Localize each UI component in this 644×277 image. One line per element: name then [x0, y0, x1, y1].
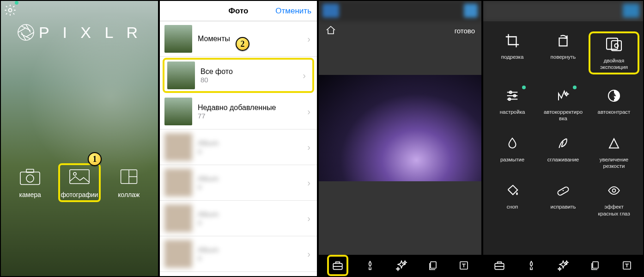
album-thumb: [167, 62, 195, 89]
eye-icon: [604, 181, 624, 200]
feather-icon: [553, 134, 573, 153]
autocontrast-tool[interactable]: автоконтраст: [589, 86, 639, 122]
album-thumb: [164, 98, 192, 125]
svg-rect-2: [20, 172, 40, 185]
ios-photo-picker: Фото Отменить 2 Моменты › Все фото80 › Н…: [159, 0, 318, 277]
album-title: Album: [198, 139, 219, 148]
album-row[interactable]: Album0 ›: [160, 236, 317, 272]
tool-label: сноп: [507, 203, 518, 210]
brush-tab[interactable]: [522, 256, 541, 275]
smooth-tool[interactable]: сглаживание: [538, 134, 589, 170]
crop-tool[interactable]: подрезка: [487, 31, 538, 74]
home-icon[interactable]: [325, 25, 336, 37]
album-list[interactable]: Моменты › Все фото80 › Недавно добавленн…: [160, 21, 317, 276]
album-row[interactable]: Недавно добавленные77 ›: [160, 94, 317, 129]
brush-tab[interactable]: [361, 256, 379, 275]
toolbox-tab[interactable]: [327, 255, 348, 276]
app-header-blurred: [483, 1, 643, 21]
album-row-selected[interactable]: Все фото80 ›: [163, 58, 314, 93]
svg-point-1: [18, 25, 34, 40]
album-title: Album: [198, 246, 219, 254]
sharpen-tool[interactable]: увеличение резкости: [589, 134, 639, 170]
adjust-tool[interactable]: настройка: [487, 86, 538, 122]
image-canvas[interactable]: [319, 75, 481, 181]
collage-label: коллаж: [118, 191, 140, 198]
svg-rect-13: [559, 38, 567, 46]
collage-icon: [118, 167, 140, 186]
notification-dot: [573, 86, 577, 89]
svg-rect-28: [593, 262, 598, 268]
pixlr-home-screen: P I X L R камера фотографии коллаж 1: [0, 0, 159, 277]
splash-tool[interactable]: сноп: [487, 181, 538, 217]
rotate-icon: [553, 31, 573, 50]
effects-tab[interactable]: [554, 256, 572, 275]
settings-icon[interactable]: [4, 4, 17, 17]
camera-label: камера: [19, 191, 41, 198]
camera-icon: [19, 167, 41, 186]
album-thumb: [164, 169, 192, 197]
album-title: Album: [198, 175, 219, 183]
sparkle-icon: [557, 259, 569, 271]
redeye-tool[interactable]: эффект красных глаз: [589, 181, 639, 217]
layers-tab[interactable]: [424, 256, 442, 275]
bottom-toolbar: [319, 255, 481, 276]
album-count: 0: [198, 148, 219, 155]
toolbox-tab[interactable]: [490, 256, 509, 275]
toolbox-icon: [493, 259, 505, 271]
heal-tool[interactable]: исправить: [538, 181, 589, 217]
double-exposure-tool[interactable]: двойная экспозиция: [589, 31, 639, 74]
album-row[interactable]: Album0 ›: [160, 129, 317, 165]
pixlr-logo: P I X L R: [1, 23, 158, 42]
svg-rect-11: [431, 262, 436, 268]
sharpen-icon: [604, 134, 624, 153]
text-icon: [458, 260, 469, 271]
autofix-icon: [553, 86, 573, 105]
double-exposure-icon: [604, 35, 624, 54]
album-count: 0: [198, 183, 219, 191]
bottom-toolbar: [483, 255, 643, 276]
brush-icon: [526, 260, 537, 271]
svg-point-0: [9, 9, 12, 12]
chevron-right-icon: ›: [307, 106, 310, 117]
photos-button[interactable]: фотографии: [58, 163, 101, 202]
svg-point-26: [613, 189, 616, 192]
cancel-button[interactable]: Отменить: [275, 6, 311, 16]
logo-text: P I X L R: [39, 24, 142, 41]
rotate-tool[interactable]: повернуть: [538, 31, 589, 74]
tool-label: размытие: [500, 156, 524, 163]
text-tab[interactable]: [618, 256, 636, 275]
sliders-icon: [502, 86, 522, 105]
drop-icon: [502, 134, 522, 153]
album-count: 0: [198, 254, 219, 262]
chevron-right-icon: ›: [307, 213, 310, 224]
svg-rect-5: [70, 170, 89, 184]
collage-button[interactable]: коллаж: [115, 163, 143, 202]
tool-label: исправить: [551, 203, 576, 210]
step-badge-2: 2: [236, 37, 249, 51]
photos-label: фотографии: [61, 191, 98, 198]
album-thumb: [164, 240, 192, 268]
brush-icon: [365, 260, 376, 271]
nav-bar: Фото Отменить: [160, 1, 317, 21]
bandaid-icon: [553, 181, 573, 200]
blur-tool[interactable]: размытие: [487, 134, 538, 170]
layers-tab[interactable]: [586, 256, 604, 275]
tool-label: настройка: [500, 109, 525, 115]
chevron-right-icon: ›: [307, 178, 310, 188]
album-row[interactable]: Album0 ›: [160, 165, 317, 201]
svg-point-6: [73, 172, 76, 175]
step-badge-1: 1: [88, 152, 102, 166]
nav-title: Фото: [229, 6, 249, 16]
text-tab[interactable]: [455, 256, 473, 275]
camera-button[interactable]: камера: [16, 163, 44, 202]
toolbox-icon: [332, 259, 344, 271]
aperture-icon: [17, 23, 35, 42]
done-button[interactable]: готово: [455, 27, 475, 35]
album-thumb: [164, 133, 192, 161]
effects-tab[interactable]: [392, 256, 411, 275]
album-row[interactable]: Album0 ›: [160, 201, 317, 236]
tool-label: автоконтраст: [598, 109, 631, 115]
autofix-tool[interactable]: автокорректиро вка: [538, 86, 589, 122]
svg-point-3: [26, 175, 34, 182]
album-title: Моменты: [198, 35, 230, 43]
